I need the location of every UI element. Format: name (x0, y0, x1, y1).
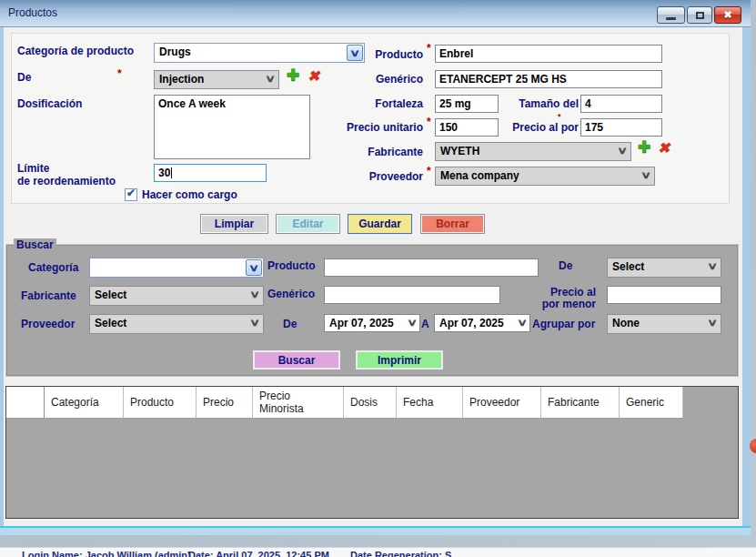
de-combobox[interactable]: Injection ∨ (154, 70, 279, 89)
search-proveedor-combobox[interactable]: Select ∨ (89, 314, 264, 334)
search-fecha-a-picker[interactable]: Apr 07, 2025 ∨ (434, 314, 530, 332)
status-date: Date: April 07, 2025, 12:45 PM (188, 550, 329, 557)
limpiar-button[interactable]: Limpiar (200, 214, 268, 234)
chevron-down-icon: ∨ (248, 262, 259, 274)
chevron-down-icon: ∨ (265, 73, 276, 85)
borrar-button[interactable]: Borrar (420, 214, 485, 234)
grid-column-generic[interactable]: Generic (620, 387, 683, 419)
delete-dose-type-button[interactable]: ✖ (307, 67, 319, 85)
close-button[interactable]: ✖ (714, 6, 741, 24)
product-form-panel: Categoría de producto Drugs ∨ De * Injec… (11, 33, 730, 204)
chevron-down-icon: ∨ (617, 145, 628, 157)
generico-input[interactable]: ETANERCEPT 25 MG HS (435, 70, 662, 88)
minimize-button[interactable] (657, 6, 685, 24)
close-icon: ✖ (723, 9, 731, 21)
screen: Productos ✖ Categoría de producto Drugs … (0, 0, 756, 557)
generico-label: Genérico (347, 73, 423, 86)
search-fabricante-label: Fabricante (21, 289, 76, 302)
grid-column-precio[interactable]: Precio (197, 387, 253, 419)
grid-column-producto[interactable]: Producto (124, 387, 197, 419)
hacer-como-cargo-label: Hacer como cargo (142, 188, 237, 201)
search-agrupar-value: None (612, 317, 640, 329)
search-fabricante-value: Select (95, 289, 126, 301)
search-group-title: Buscar (14, 238, 56, 251)
fortaleza-input[interactable]: 25 mg (435, 95, 499, 113)
limite-reorden-input[interactable]: 30 (154, 164, 267, 182)
edge-red-button (750, 439, 756, 453)
categoria-producto-value: Drugs (159, 46, 191, 58)
chevron-down-icon: ∨ (517, 317, 528, 329)
search-de-tipo-value: Select (612, 260, 644, 273)
results-grid: Categoría Producto Precio Precio Minoris… (5, 386, 739, 519)
window-title: Productos (8, 6, 57, 19)
search-group: Buscar Categoría ∨ Producto De Select ∨ … (5, 244, 739, 377)
chevron-down-icon: ∨ (707, 260, 718, 272)
proveedor-label: Proveedor (347, 170, 423, 183)
hacer-como-cargo-checkbox[interactable]: ✔ (125, 188, 137, 201)
fortaleza-label: Fortaleza (347, 97, 423, 110)
chevron-down-icon: ∨ (249, 317, 260, 329)
window-border-bottom (0, 526, 751, 535)
search-proveedor-value: Select (95, 317, 126, 329)
buscar-button[interactable]: Buscar (253, 350, 340, 370)
search-precio-menor-label-line1: Precio al (498, 286, 596, 299)
chevron-down-icon: ∨ (707, 317, 718, 329)
grid-column-categoria[interactable]: Categoría (45, 387, 124, 419)
categoria-producto-label: Categoría de producto (17, 45, 134, 57)
add-fabricante-button[interactable]: ✚ (638, 137, 650, 157)
precio-por-input[interactable]: 175 (580, 118, 662, 137)
restore-icon (696, 12, 704, 19)
editar-button[interactable]: Editar (276, 214, 340, 234)
dosificacion-label: Dosificación (17, 97, 82, 110)
producto-input[interactable]: Enbrel (435, 45, 662, 63)
search-agrupar-label: Agrupar por (532, 318, 595, 330)
grid-column-fabricante[interactable]: Fabricante (541, 387, 620, 419)
minimize-icon (666, 17, 676, 20)
tamano-input[interactable]: 4 (580, 95, 662, 113)
grid-column-precio-minorista[interactable]: Precio Minorista (253, 387, 344, 419)
check-icon: ✔ (126, 187, 136, 199)
status-login-name: Login Name: Jacob William (admin) (22, 550, 191, 557)
search-generico-input[interactable] (324, 286, 500, 304)
search-precio-menor-input[interactable] (607, 286, 721, 304)
imprimir-button[interactable]: Imprimir (356, 350, 443, 370)
grid-column-dosis[interactable]: Dosis (344, 387, 397, 419)
search-fecha-de-value: Apr 07, 2025 (329, 317, 394, 329)
tamano-label: Tamaño del (503, 97, 579, 110)
precio-unitario-label: Precio unitario (332, 121, 423, 134)
search-categoria-dropdown-button[interactable]: ∨ (246, 259, 262, 276)
window-border-right (742, 27, 751, 526)
producto-label: Producto (347, 48, 423, 61)
chevron-down-icon: ∨ (407, 317, 418, 329)
add-dose-type-button[interactable]: ✚ (287, 66, 299, 85)
grid-row-header-cell (6, 387, 45, 419)
guardar-button[interactable]: Guardar (348, 214, 412, 234)
fabricante-value: WYETH (440, 145, 479, 157)
chevron-down-icon: ∨ (640, 169, 651, 181)
grid-column-proveedor[interactable]: Proveedor (463, 387, 541, 419)
precio-unitario-required-marker: * (427, 116, 431, 128)
search-de-tipo-label: De (559, 259, 572, 272)
search-fabricante-combobox[interactable]: Select ∨ (89, 286, 264, 306)
grid-body (6, 419, 738, 518)
delete-fabricante-button[interactable]: ✖ (658, 139, 670, 157)
dosificacion-textarea[interactable]: Once A week (154, 95, 310, 159)
limite-reorden-value: 30 (158, 167, 170, 179)
proveedor-combobox[interactable]: Mena company ∨ (435, 167, 655, 186)
search-de-tipo-combobox[interactable]: Select ∨ (607, 258, 721, 278)
de-value: Injection (159, 73, 204, 86)
restore-button[interactable] (687, 6, 712, 24)
status-extra: Date Regeneration: S (350, 550, 451, 557)
limite-label-line2: de reordenamiento (17, 175, 116, 187)
grid-column-fecha[interactable]: Fecha (397, 387, 463, 419)
fabricante-combobox[interactable]: WYETH ∨ (435, 142, 631, 161)
search-producto-input[interactable] (324, 258, 539, 277)
categoria-producto-combobox[interactable]: Drugs ∨ (154, 43, 365, 63)
parent-statusbar: Login Name: Jacob William (admin) Date: … (0, 547, 756, 557)
search-agrupar-combobox[interactable]: None ∨ (607, 314, 721, 334)
search-fecha-de-picker[interactable]: Apr 07, 2025 ∨ (324, 314, 420, 332)
producto-required-marker: * (427, 42, 431, 55)
search-proveedor-label: Proveedor (21, 318, 75, 330)
de-label: De (17, 71, 31, 84)
search-categoria-combobox[interactable]: ∨ (89, 258, 264, 278)
